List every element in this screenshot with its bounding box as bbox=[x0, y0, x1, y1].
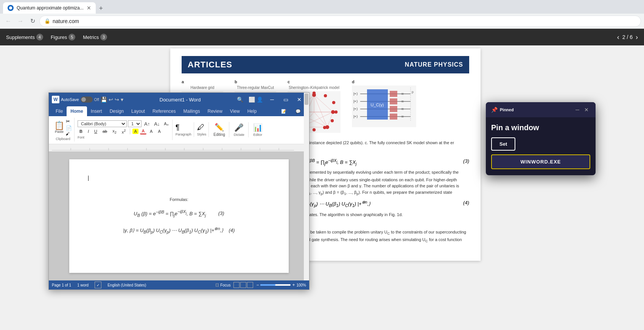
customize-icon[interactable]: ▾ bbox=[121, 97, 123, 103]
ribbon-content: 📋 Paste ✂ 📄 🖌 Clipboard Calibri (Body) bbox=[49, 116, 309, 144]
font-color2-btn[interactable]: A bbox=[156, 129, 162, 134]
svg-point-76 bbox=[331, 119, 334, 122]
pin-close-btn[interactable]: ✕ bbox=[583, 106, 590, 114]
word-statusbar: Page 1 of 1 1 word ✓ English (United Sta… bbox=[49, 280, 309, 290]
text-effect-btn[interactable]: A bbox=[148, 129, 154, 134]
tab-insert[interactable]: Insert bbox=[87, 106, 106, 116]
font-color-btn[interactable]: A bbox=[140, 128, 146, 134]
browser-tab-active[interactable]: Quantum approximate optimiza... ✕ bbox=[3, 2, 96, 14]
focus-label[interactable]: ⊡ Focus bbox=[215, 282, 230, 288]
text-cursor bbox=[88, 176, 89, 181]
review-button[interactable]: 📝 bbox=[277, 107, 290, 116]
styles-label: Styles bbox=[197, 132, 207, 136]
new-tab-button[interactable]: + bbox=[96, 3, 106, 14]
pin-header-controls: ─ ✕ bbox=[574, 106, 590, 114]
back-button[interactable]: ← bbox=[3, 16, 14, 26]
metrics-tab[interactable]: Metrics 3 bbox=[83, 34, 107, 40]
proofing-icon[interactable]: ✓ bbox=[95, 282, 101, 288]
zoom-in-btn[interactable]: + bbox=[292, 282, 295, 288]
underline-button[interactable]: U bbox=[92, 129, 99, 134]
supplements-badge: 4 bbox=[36, 34, 43, 40]
forward-button[interactable]: → bbox=[15, 16, 26, 26]
tab-references[interactable]: References bbox=[149, 106, 179, 116]
tab-review[interactable]: Review bbox=[204, 106, 226, 116]
cut-icon[interactable]: ✂ bbox=[66, 118, 72, 125]
paste-btn[interactable]: 📋 Paste bbox=[54, 121, 64, 134]
minimize-button[interactable]: ─ bbox=[265, 93, 279, 106]
maximize-button[interactable]: ▭ bbox=[279, 93, 292, 106]
format-buttons-row: B I U ab x2 x2 A A A A bbox=[78, 128, 170, 135]
italic-button[interactable]: I bbox=[86, 129, 91, 134]
editor-icon[interactable]: 📊 bbox=[253, 123, 263, 132]
supplements-tab[interactable]: Supplements 4 bbox=[6, 34, 43, 40]
tab-view[interactable]: View bbox=[226, 106, 244, 116]
tab-design[interactable]: Design bbox=[106, 106, 128, 116]
tab-home[interactable]: Home bbox=[67, 106, 87, 116]
editing-group: ✏️ Editing bbox=[210, 122, 229, 137]
word-search-icon[interactable]: 🔍 bbox=[237, 97, 243, 103]
word-ribbon: File Home Insert Design Layout Reference… bbox=[49, 106, 309, 116]
tab-layout[interactable]: Layout bbox=[128, 106, 149, 116]
share-icon[interactable]: 👤 bbox=[257, 97, 263, 103]
figures-tab[interactable]: Figures 5 bbox=[51, 34, 75, 40]
next-page-button[interactable]: › bbox=[636, 34, 638, 40]
svg-point-75 bbox=[334, 111, 338, 114]
zoom-slider[interactable] bbox=[260, 284, 291, 286]
browser-toolbar: ← → ↻ 🔒 nature.com bbox=[0, 14, 644, 29]
pin-headline: Pin a window bbox=[491, 123, 590, 132]
svg-rect-95 bbox=[390, 91, 397, 97]
highlight-btn[interactable]: A bbox=[132, 129, 138, 134]
font-group: Calibri (Body) 11 A↑ A↓ Aₐ B I U ab x2 x… bbox=[75, 120, 173, 140]
superscript-button[interactable]: x2 bbox=[120, 128, 128, 135]
increase-font-btn[interactable]: A↑ bbox=[143, 120, 151, 128]
styles-icon[interactable]: 🖊 bbox=[197, 123, 207, 132]
pin-set-button[interactable]: Set bbox=[491, 137, 515, 151]
address-bar[interactable]: 🔒 nature.com bbox=[39, 16, 641, 27]
tab-mailings[interactable]: Mailings bbox=[179, 106, 204, 116]
strikethrough-button[interactable]: ab bbox=[101, 129, 109, 134]
pin-popup-header: 📌 Pinned ─ ✕ bbox=[486, 102, 596, 117]
copy-icon[interactable]: 📄 bbox=[66, 125, 72, 131]
editing-label[interactable]: Editing bbox=[213, 132, 225, 137]
word-extra-icons: ⬜ 👤 bbox=[249, 97, 263, 103]
font-size-select[interactable]: 11 bbox=[128, 120, 142, 127]
decrease-font-btn[interactable]: A↓ bbox=[152, 120, 161, 128]
pin-minimize-btn[interactable]: ─ bbox=[574, 106, 581, 114]
articles-label: ARTICLES bbox=[188, 60, 232, 70]
ribbon-toggle-icon[interactable]: ⬜ bbox=[249, 97, 255, 103]
svg-text:U_C(γ): U_C(γ) bbox=[371, 103, 384, 107]
zoom-control[interactable]: − + 100% bbox=[256, 282, 306, 288]
print-view-btn[interactable] bbox=[240, 282, 246, 288]
language-status: English (United States) bbox=[107, 283, 146, 287]
pin-popup: 📌 Pinned ─ ✕ Pin a window Set WINWORD.EX… bbox=[486, 102, 596, 175]
tab-file[interactable]: File bbox=[52, 106, 67, 116]
svg-rect-105 bbox=[52, 145, 294, 151]
bold-button[interactable]: B bbox=[78, 129, 84, 134]
editing-icon[interactable]: ✏️ bbox=[215, 123, 224, 132]
change-case-btn[interactable]: Aₐ bbox=[162, 121, 170, 127]
read-view-btn[interactable] bbox=[233, 282, 240, 288]
tab-close-icon[interactable]: ✕ bbox=[87, 5, 91, 11]
svg-text:≋: ≋ bbox=[401, 115, 404, 118]
tab-help[interactable]: Help bbox=[244, 106, 261, 116]
dictate-icon[interactable]: 🎤 bbox=[234, 123, 244, 132]
web-view-btn[interactable] bbox=[247, 282, 253, 288]
refresh-button[interactable]: ↻ bbox=[27, 16, 38, 26]
font-name-select[interactable]: Calibri (Body) bbox=[78, 120, 127, 127]
svg-point-72 bbox=[313, 92, 316, 95]
paragraph-icon[interactable]: ¶ bbox=[176, 123, 191, 132]
redo-icon[interactable]: ↪ bbox=[115, 97, 119, 103]
format-painter-icon[interactable]: 🖌 bbox=[66, 132, 72, 136]
undo-icon[interactable]: ↩ bbox=[109, 97, 113, 103]
zoom-out-btn[interactable]: − bbox=[256, 282, 259, 288]
autosave-toggle[interactable] bbox=[81, 97, 93, 103]
word-page[interactable]: Formulas: UB (β) = e−iβB = ∏je−iβXj, B =… bbox=[69, 159, 289, 273]
word-tabs: File Home Insert Design Layout Reference… bbox=[49, 106, 309, 116]
svg-point-0 bbox=[9, 6, 12, 9]
prev-page-button[interactable]: ‹ bbox=[617, 34, 619, 40]
pin-winword-button[interactable]: WINWORD.EXE bbox=[491, 154, 590, 169]
subscript-button[interactable]: x2 bbox=[110, 128, 118, 135]
comment-button[interactable]: 💬 bbox=[292, 107, 305, 116]
word-scrollbar[interactable] bbox=[304, 93, 309, 280]
save-icon[interactable]: 💾 bbox=[101, 97, 107, 103]
